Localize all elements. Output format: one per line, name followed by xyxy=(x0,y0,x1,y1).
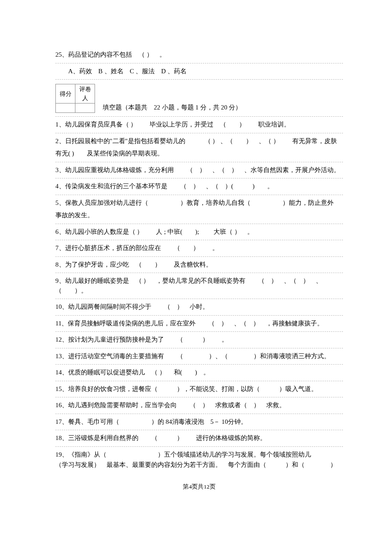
fill-item-13: 13、进行活动室空气消毒的主要措施有 （ ）、（ ）和消毒液喷洒三种方式。 xyxy=(55,348,343,365)
item-text: 事故的发生。 xyxy=(55,212,94,219)
item-text: 17、餐具、毛巾可用（ ）的 84消毒液浸泡 5－ 10分钟。 xyxy=(55,418,247,425)
question-25-text: 25、药品登记的内容不包括 （ ） 。 xyxy=(55,51,166,58)
fill-item-2-line2: 有无( ) 及某些传染病的早期表现。 xyxy=(55,146,343,162)
fill-item-5-line1: 5、保教人员应加强对幼儿进行（ ）教育，培养幼儿自我（ ）能力，防止意外 xyxy=(55,195,343,208)
fill-item-7: 7、进行心脏挤压术，挤压的部位应在 （ ） 。 xyxy=(55,240,343,257)
fill-item-1: 1、幼儿园保育员应具备（ ） 毕业以上学历，并受过 （ ） 职业培训。 xyxy=(55,117,343,133)
fill-item-15: 15、培养良好的饮食习惯，进餐应（ ），不能说笑、打闹，以防（ ）吸入气道。 xyxy=(55,381,343,398)
page-footer: 第4页共12页 xyxy=(55,483,343,491)
item-text: 7、进行心脏挤压术，挤压的部位应在 （ ） 。 xyxy=(55,244,219,251)
item-text: 5、保教人员应加强对幼儿进行（ ）教育，培养幼儿自我（ ）能力，防止意外 xyxy=(55,199,334,206)
section-header-fill-blank: 得分 评卷人 填空题（本题共 22 小题，每题 1 分，共 20 分） xyxy=(55,80,343,117)
fill-item-3: 3、幼儿园应重视幼儿体格锻炼，充分利用 （ ） 、（ ） 、水等自然因素，开展户… xyxy=(55,162,343,179)
item-text: 8、为了保护牙齿，应少吃 （ ） 及含糖饮料。 xyxy=(55,261,212,268)
fill-item-4: 4、传染病发生和流行的三个基本环节是 （ ） 、（ ）( ) 。 xyxy=(55,178,343,195)
item-text: 1、幼儿园保育员应具备（ ） 毕业以上学历，并受过 （ ） 职业培训。 xyxy=(55,121,290,128)
fill-item-8: 8、为了保护牙齿，应少吃 （ ） 及含糖饮料。 xyxy=(55,257,343,273)
item-text: 13、进行活动室空气消毒的主要措施有 （ ）、（ ）和消毒液喷洒三种方式。 xyxy=(55,353,330,359)
score-table: 得分 评卷人 xyxy=(55,84,95,113)
item-text: 15、培养良好的饮食习惯，进餐应（ ），不能说笑、打闹，以防（ ）吸入气道。 xyxy=(55,385,317,392)
score-header-grader: 评卷人 xyxy=(75,84,95,104)
item-text: 有无( ) 及某些传染病的早期表现。 xyxy=(55,150,164,157)
score-header-score: 得分 xyxy=(56,84,75,104)
item-text: 18、三浴锻炼是利用自然界的 （ ） 进行的体格锻炼的简称。 xyxy=(55,434,266,441)
item-text: 10、幼儿园两餐间隔时间不得少于 （ ） 小时。 xyxy=(55,303,209,310)
item-text: 3、幼儿园应重视幼儿体格锻炼，充分利用 （ ） 、（ ） 、水等自然因素，开展户… xyxy=(55,167,340,173)
item-text: 9、幼儿最好的睡眠姿势是 （ ） ，婴幼儿常见的不良睡眠姿势有 （ ） 、（ ）… xyxy=(55,277,322,294)
section-title: 填空题（本题共 22 小题，每题 1 分，共 20 分） xyxy=(103,103,242,113)
item-text: 19、《指南》从（ ）五个领域描述幼儿的学习与发展。每个领域按照幼儿 xyxy=(55,451,311,458)
item-text: 12、按计划为儿童进行预防接种是为了 （ ） 。 xyxy=(55,336,228,343)
fill-item-12: 12、按计划为儿童进行预防接种是为了 （ ） 。 xyxy=(55,332,343,348)
fill-item-6: 6、幼儿园小班的人数应是（ ） 人 ; 中班( ); 大班（ ） 。 xyxy=(55,224,343,241)
fill-item-11: 11、保育员接触呼吸道传染病的患儿后，应在室外 （ ） 、（ ） ，再接触健康孩… xyxy=(55,316,343,332)
question-25-options: A、药效 B 、姓名 C 、服法 D 、药名 xyxy=(55,63,343,80)
item-text: 6、幼儿园小班的人数应是（ ） 人 ; 中班( ); 大班（ ） 。 xyxy=(55,228,254,235)
fill-item-10: 10、幼儿园两餐间隔时间不得少于 （ ） 小时。 xyxy=(55,299,343,316)
item-text: 4、传染病发生和流行的三个基本环节是 （ ） 、（ ）( ) 。 xyxy=(55,183,274,190)
fill-item-18: 18、三浴锻炼是利用自然界的 （ ） 进行的体格锻炼的简称。 xyxy=(55,430,343,447)
fill-item-2-line1: 2、日托园晨检中的"二看"是指包括看婴幼儿的 （ ） 、（ ） 、（ ） 有无异… xyxy=(55,133,343,146)
fill-item-14: 14、优质的睡眠可以促进婴幼儿 （ ） 和( ) 。 xyxy=(55,365,343,381)
item-text: 2、日托园晨检中的"二看"是指包括看婴幼儿的 （ ） 、（ ） 、（ ） 有无异… xyxy=(55,138,337,144)
item-text: 16、幼儿遇到危险需要帮助时，应当学会向 （ ） 求救或者（ ） 求救。 xyxy=(55,402,285,408)
fill-item-9: 9、幼儿最好的睡眠姿势是 （ ） ，婴幼儿常见的不良睡眠姿势有 （ ） 、（ ）… xyxy=(55,273,343,299)
score-cell-grader xyxy=(75,104,95,113)
item-text: 14、优质的睡眠可以促进婴幼儿 （ ） 和( ) 。 xyxy=(55,369,210,376)
fill-item-5-line2: 事故的发生。 xyxy=(55,207,343,224)
item-text: （学习与发展） 最基本、最重要的内容划分为若干方面。 每个方面由（ ）和（ ） xyxy=(55,461,337,468)
score-cell-score xyxy=(56,104,75,113)
question-25: 25、药品登记的内容不包括 （ ） 。 xyxy=(55,47,343,63)
fill-item-16: 16、幼儿遇到危险需要帮助时，应当学会向 （ ） 求救或者（ ） 求救。 xyxy=(55,397,343,414)
item-text: 11、保育员接触呼吸道传染病的患儿后，应在室外 （ ） 、（ ） ，再接触健康孩… xyxy=(55,320,323,327)
fill-item-19-line1: 19、《指南》从（ ）五个领域描述幼儿的学习与发展。每个领域按照幼儿 xyxy=(55,447,343,460)
question-25-options-text: A、药效 B 、姓名 C 、服法 D 、药名 xyxy=(68,68,187,75)
fill-item-17: 17、餐具、毛巾可用（ ）的 84消毒液浸泡 5－ 10分钟。 xyxy=(55,414,343,431)
fill-item-19-line2: （学习与发展） 最基本、最重要的内容划分为若干方面。 每个方面由（ ）和（ ） xyxy=(55,459,343,470)
